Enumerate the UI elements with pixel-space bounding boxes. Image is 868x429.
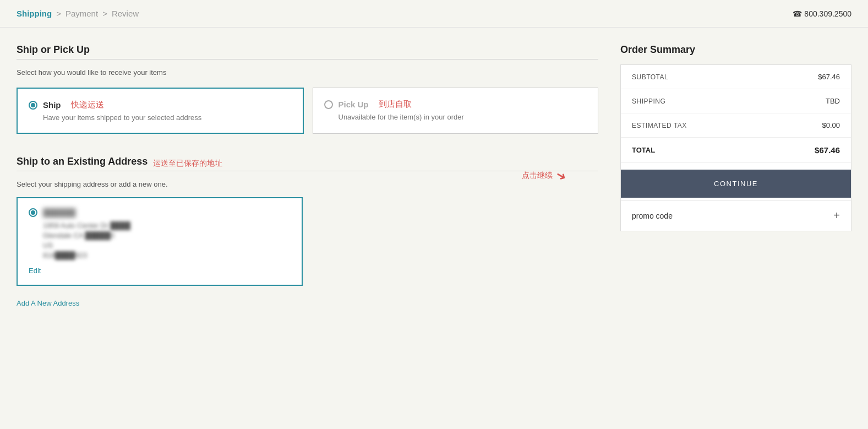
pickup-option[interactable]: Pick Up 到店自取 Unavailable for the item(s)… — [313, 88, 599, 134]
tax-label: ESTIMATED TAX — [632, 122, 687, 129]
tax-row: ESTIMATED TAX $0.00 — [621, 113, 851, 138]
address-radio[interactable] — [29, 208, 37, 217]
top-bar: Shipping > Payment > Review ☎ 800.309.25… — [0, 0, 868, 28]
promo-plus-icon[interactable]: + — [833, 209, 840, 222]
promo-row[interactable]: promo code + — [621, 200, 851, 231]
total-row: TOTAL $67.46 — [621, 138, 851, 163]
tax-value: $0.00 — [822, 121, 840, 129]
shipping-row: SHIPPING TBD — [621, 89, 851, 113]
pickup-label-cn: 到店自取 — [379, 99, 412, 110]
ship-radio[interactable] — [29, 101, 37, 110]
subtotal-row: SUBTOTAL $67.46 — [621, 65, 851, 89]
breadcrumb-shipping[interactable]: Shipping — [17, 9, 52, 18]
ship-section-title: Ship or Pick Up — [17, 44, 598, 56]
click-continue-text: 点击继续 — [522, 171, 553, 181]
order-summary-box: SUBTOTAL $67.46 SHIPPING TBD ESTIMATED T… — [620, 64, 851, 231]
pickup-label: Pick Up — [339, 100, 369, 109]
pickup-radio[interactable] — [324, 100, 333, 109]
address-line3: US — [29, 241, 291, 249]
total-label: TOTAL — [632, 146, 655, 154]
add-new-address-link[interactable]: Add A New Address — [17, 299, 79, 307]
pickup-option-header: Pick Up 到店自取 — [324, 99, 587, 110]
ship-section-divider — [17, 59, 598, 59]
total-value: $67.46 — [815, 145, 840, 155]
breadcrumb: Shipping > Payment > Review — [17, 9, 139, 18]
breadcrumb-review[interactable]: Review — [112, 9, 139, 18]
address-section: Ship to an Existing Address 运送至已保存的地址 Se… — [17, 156, 598, 307]
address-edit-link[interactable]: Edit — [29, 267, 41, 275]
address-subtitle: Select your shipping address or add a ne… — [17, 180, 598, 188]
address-title-row: Ship to an Existing Address 运送至已保存的地址 — [17, 156, 598, 171]
ship-desc: Have your items shipped to your selected… — [29, 113, 292, 122]
phone-number: ☎ 800.309.2500 — [793, 9, 851, 18]
main-content: Ship or Pick Up Select how you would lik… — [0, 28, 868, 429]
breadcrumb-sep1: > — [56, 9, 61, 18]
subtotal-value: $67.46 — [818, 73, 840, 81]
address-section-divider — [17, 171, 598, 171]
address-section-title: Ship to an Existing Address — [17, 156, 148, 167]
ship-section: Ship or Pick Up Select how you would lik… — [17, 44, 598, 134]
address-card: ██████ 1959 Auto Center Dr ████ Glendale… — [17, 197, 303, 286]
ship-label: Ship — [43, 100, 61, 110]
continue-wrapper: CONTINUE 点击继续 ➜ — [621, 163, 851, 200]
ship-option-header: Ship 快递运送 — [29, 100, 292, 110]
breadcrumb-sep2: > — [102, 9, 107, 18]
ship-label-cn: 快递运送 — [71, 100, 104, 110]
shipping-label: SHIPPING — [632, 97, 665, 105]
address-name: ██████ — [43, 208, 76, 217]
pickup-desc: Unavailable for the item(s) in your orde… — [324, 113, 587, 121]
breadcrumb-payment[interactable]: Payment — [65, 9, 98, 18]
click-annotation: 点击继续 ➜ — [522, 169, 566, 183]
promo-label: promo code — [632, 211, 673, 220]
address-section-cn: 运送至已保存的地址 — [153, 159, 222, 169]
shipping-value: TBD — [826, 97, 840, 105]
ship-option[interactable]: Ship 快递运送 Have your items shipped to you… — [17, 88, 304, 134]
address-line2: Glendale CA █████0 — [29, 231, 291, 240]
address-card-header: ██████ — [29, 208, 291, 217]
left-panel: Ship or Pick Up Select how you would lik… — [17, 44, 598, 412]
ship-options: Ship 快递运送 Have your items shipped to you… — [17, 88, 598, 134]
address-line4: 818████923 — [29, 251, 291, 259]
ship-section-subtitle: Select how you would like to receive you… — [17, 68, 598, 77]
page-wrapper: Shipping > Payment > Review ☎ 800.309.25… — [0, 0, 868, 429]
address-line1: 1959 Auto Center Dr ████ — [29, 221, 291, 230]
subtotal-label: SUBTOTAL — [632, 73, 668, 81]
order-summary-title: Order Summary — [620, 44, 851, 56]
right-panel: Order Summary SUBTOTAL $67.46 SHIPPING T… — [620, 44, 851, 412]
continue-button[interactable]: CONTINUE — [621, 170, 851, 198]
